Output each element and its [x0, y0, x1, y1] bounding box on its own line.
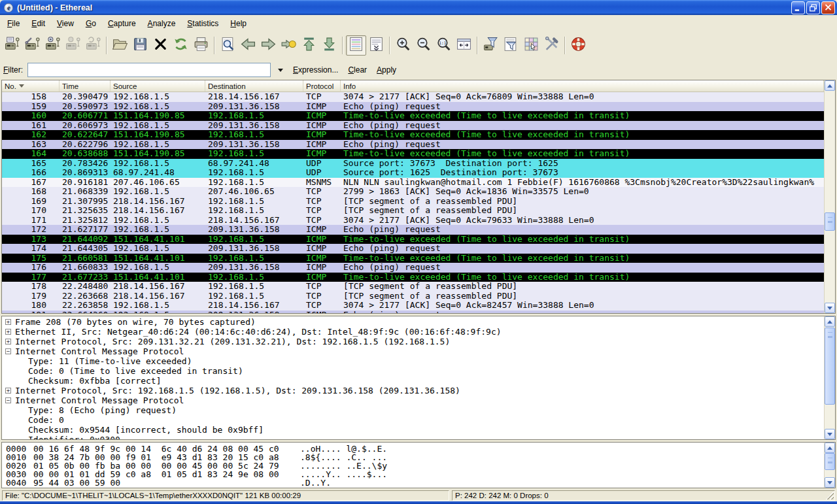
packet-row-174[interactable]: 17421.644305192.168.1.5209.131.36.158ICM… [2, 244, 824, 254]
menu-analyze[interactable]: Analyze [142, 16, 182, 31]
detail-line[interactable]: −Internet Control Message Protocol [2, 395, 824, 405]
packet-row-176[interactable]: 17621.660833192.168.1.5209.131.36.158ICM… [2, 263, 824, 273]
expand-icon[interactable]: + [5, 388, 11, 394]
print-button[interactable] [191, 35, 211, 56]
detail-line[interactable]: +Internet Protocol, Src: 209.131.32.21 (… [2, 337, 824, 346]
detail-line[interactable]: Checksum: 0xfbba [correct] [2, 376, 824, 386]
packet-row-163[interactable]: 16320.622796192.168.1.5209.131.36.158ICM… [2, 140, 824, 150]
column-header-protocol[interactable]: Protocol [303, 80, 341, 92]
scrollbar-thumb[interactable] [825, 453, 835, 470]
go-to-packet-button[interactable] [279, 35, 299, 56]
detail-line[interactable]: +Internet Protocol, Src: 192.168.1.5 (19… [2, 386, 824, 395]
packet-list-scrollbar[interactable] [824, 80, 835, 313]
packet-row-180[interactable]: 18022.263858192.168.1.5218.14.156.167TCP… [2, 301, 824, 311]
expand-icon[interactable]: + [5, 319, 11, 325]
zoom-normal-button[interactable]: 1:1 [434, 35, 454, 56]
display-filter-button[interactable] [501, 35, 521, 56]
scroll-up-button[interactable] [825, 443, 835, 453]
packet-row-177[interactable]: 17721.677233151.164.41.101192.168.1.5ICM… [2, 273, 824, 282]
packet-row-175[interactable]: 17521.660581151.164.41.101192.168.1.5ICM… [2, 254, 824, 263]
scroll-up-button[interactable] [825, 80, 835, 91]
close-button[interactable] [821, 1, 835, 14]
filter-dropdown-button[interactable] [275, 63, 286, 76]
menu-edit[interactable]: Edit [26, 16, 51, 31]
menu-view[interactable]: View [51, 16, 80, 31]
detail-line[interactable]: Checksum: 0x9544 [incorrect, should be 0… [2, 425, 824, 435]
packet-row-158[interactable]: 15820.390479192.168.1.5218.14.156.167TCP… [2, 92, 824, 102]
column-header-time[interactable]: Time [60, 80, 111, 92]
filter-label[interactable]: Filter: [3, 65, 23, 75]
packet-row-159[interactable]: 15920.590973192.168.1.5209.131.36.158ICM… [2, 102, 824, 112]
resize-columns-button[interactable] [454, 35, 474, 56]
find-packet-button[interactable] [218, 35, 238, 56]
go-forward-button[interactable] [258, 35, 279, 56]
scrollbar-thumb[interactable] [825, 212, 835, 231]
maximize-button[interactable] [806, 1, 820, 14]
help-button[interactable] [568, 35, 589, 56]
packet-row-160[interactable]: 16020.606771151.164.190.85192.168.1.5ICM… [2, 111, 824, 121]
filter-input[interactable] [27, 63, 271, 77]
capture-filter-button[interactable] [481, 35, 501, 56]
go-back-button[interactable] [238, 35, 258, 56]
expand-icon[interactable]: + [5, 329, 11, 335]
column-header-info[interactable]: Info [341, 80, 824, 92]
expression-button[interactable]: Expression... [290, 64, 341, 76]
resize-grip[interactable] [826, 492, 834, 499]
packet-row-168[interactable]: 16821.068339192.168.1.5207.46.106.65TCP2… [2, 187, 824, 197]
column-header-source[interactable]: Source [111, 80, 205, 92]
colorize-button[interactable] [346, 35, 366, 56]
apply-button[interactable]: Apply [374, 64, 399, 76]
packet-row-179[interactable]: 17922.263668218.14.156.167192.168.1.5TCP… [2, 292, 824, 301]
packet-row-161[interactable]: 16120.606973192.168.1.5209.131.36.158ICM… [2, 121, 824, 131]
packet-row-162[interactable]: 16220.622647151.164.190.85192.168.1.5ICM… [2, 130, 824, 140]
clear-button[interactable]: Clear [345, 64, 369, 76]
detail-line[interactable]: Identifier: 0x0300 [2, 435, 824, 439]
menu-statistics[interactable]: Statistics [181, 16, 224, 31]
menu-go[interactable]: Go [80, 16, 102, 31]
open-file-button[interactable] [110, 35, 130, 56]
packet-row-170[interactable]: 17021.325635218.14.156.167192.168.1.5TCP… [2, 206, 824, 216]
menu-help[interactable]: Help [224, 16, 252, 31]
zoom-in-button[interactable] [393, 35, 413, 56]
scroll-up-button[interactable] [825, 316, 835, 327]
packet-row-171[interactable]: 17121.325812192.168.1.5218.14.156.167TCP… [2, 216, 824, 226]
preferences-button[interactable] [541, 35, 562, 56]
menu-file[interactable]: File [1, 16, 26, 31]
detail-line[interactable]: +Ethernet II, Src: Netgear_40:d6:24 (00:… [2, 327, 824, 337]
collapse-icon[interactable]: − [5, 348, 11, 354]
coloring-rules-button[interactable] [521, 35, 541, 56]
detail-line[interactable]: Code: 0 (Time to live exceeded in transi… [2, 366, 824, 376]
minimize-button[interactable] [791, 1, 805, 14]
packet-details-scrollbar[interactable] [824, 316, 835, 439]
menu-capture[interactable]: Capture [102, 16, 142, 31]
scroll-down-button[interactable] [825, 303, 835, 313]
capture-start-button[interactable] [43, 35, 63, 56]
scrollbar-thumb[interactable] [825, 328, 835, 405]
go-last-button[interactable] [319, 35, 339, 56]
packet-row-169[interactable]: 16921.307995218.14.156.167192.168.1.5TCP… [2, 197, 824, 207]
packet-row-172[interactable]: 17221.627177192.168.1.5209.131.36.158ICM… [2, 225, 824, 235]
packet-row-173[interactable]: 17321.644092151.164.41.101192.168.1.5ICM… [2, 235, 824, 244]
auto-scroll-button[interactable] [366, 35, 386, 56]
detail-line[interactable]: −Internet Control Message Protocol [2, 346, 824, 356]
save-file-button[interactable] [130, 35, 150, 56]
close-file-button[interactable] [150, 35, 171, 56]
collapse-icon[interactable]: − [5, 397, 11, 403]
packet-bytes-scrollbar[interactable] [824, 443, 835, 488]
zoom-out-button[interactable] [413, 35, 434, 56]
packet-row-164[interactable]: 16420.638688151.164.190.85192.168.1.5ICM… [2, 149, 824, 159]
packet-row-178[interactable]: 17822.248480218.14.156.167192.168.1.5TCP… [2, 282, 824, 292]
detail-line[interactable]: Code: 0 [2, 415, 824, 425]
expand-icon[interactable]: + [5, 339, 11, 344]
capture-options-button[interactable] [22, 35, 43, 56]
capture-interfaces-button[interactable] [2, 35, 22, 56]
packet-row-165[interactable]: 16520.783426192.168.1.568.97.241.48UDPSo… [2, 159, 824, 169]
detail-line[interactable]: Type: 11 (Time-to-live exceeded) [2, 356, 824, 366]
packet-row-181[interactable]: 18122.664360192.168.1.5209.131.36.158ICM… [2, 311, 824, 314]
column-header-no[interactable]: No. [2, 80, 60, 92]
scroll-down-button[interactable] [825, 429, 835, 439]
go-first-button[interactable] [299, 35, 319, 56]
packet-row-167[interactable]: 16720.916181207.46.106.65192.168.1.5MSNM… [2, 178, 824, 188]
packet-row-166[interactable]: 16620.86931368.97.241.48192.168.1.5UDPSo… [2, 168, 824, 178]
detail-line[interactable]: +Frame 208 (70 bytes on wire, 70 bytes c… [2, 317, 824, 327]
